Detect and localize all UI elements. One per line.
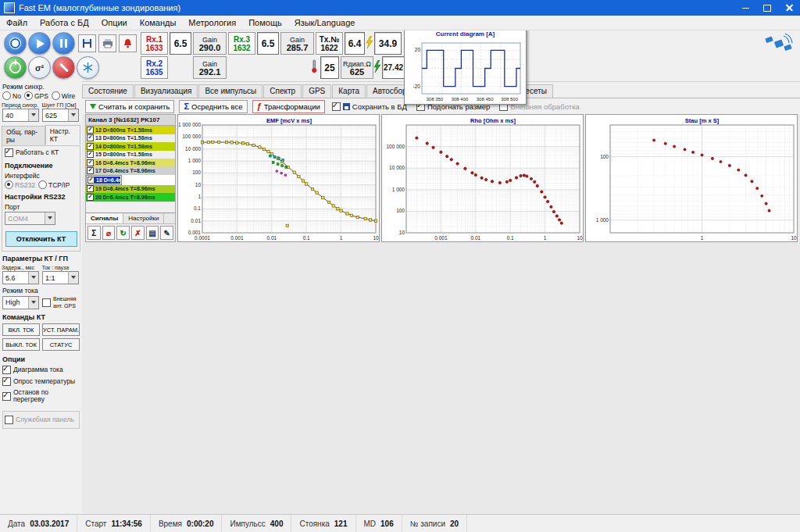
- svg-text:100: 100: [396, 208, 405, 213]
- start-button[interactable]: [28, 32, 51, 55]
- com-port-select[interactable]: COM4: [5, 212, 55, 225]
- channel-tab-signals[interactable]: Сигналы: [86, 213, 123, 223]
- menu-database[interactable]: Работа с БД: [34, 16, 95, 29]
- kt-status-button[interactable]: СТАТУС: [42, 338, 80, 351]
- menu-file[interactable]: Файл: [0, 16, 34, 29]
- tab-visualization[interactable]: Визуализация: [134, 84, 198, 98]
- download-icon: [90, 104, 96, 109]
- delete-button[interactable]: ✗: [131, 226, 145, 240]
- svg-text:0.001: 0.001: [188, 230, 202, 235]
- connect-button[interactable]: [4, 32, 27, 55]
- freeze-button[interactable]: [77, 56, 99, 79]
- curve-checkbox[interactable]: ✓: [87, 185, 94, 192]
- sum-button[interactable]: Σ: [88, 226, 101, 240]
- menu-options[interactable]: Опции: [95, 16, 134, 29]
- curve-row[interactable]: ✓12 D=800ns T=1.58ms: [86, 126, 175, 134]
- stop-button[interactable]: [52, 56, 75, 79]
- service-panel-checkbox[interactable]: Служебная панель: [5, 416, 77, 424]
- tab-state[interactable]: Состояние: [82, 84, 134, 98]
- sync-period-select[interactable]: 40: [2, 109, 39, 122]
- curve-checkbox[interactable]: ✓: [87, 127, 94, 134]
- delay-select[interactable]: 5.6: [2, 271, 39, 284]
- menu-help[interactable]: Помощь: [242, 16, 288, 29]
- maximize-button[interactable]: [756, 0, 778, 16]
- curve-checkbox[interactable]: ✓: [87, 143, 94, 150]
- chevron-down-icon[interactable]: [68, 109, 78, 121]
- tab-all-pulses[interactable]: Все импульсы: [198, 84, 262, 98]
- sync-no-radio[interactable]: No: [2, 91, 21, 100]
- sync-wire-radio[interactable]: Wire: [52, 91, 75, 100]
- shunt-select[interactable]: 625: [42, 109, 79, 122]
- tcpip-radio[interactable]: TCP/IP: [38, 180, 70, 189]
- chevron-down-icon[interactable]: [68, 272, 78, 284]
- print-button[interactable]: ▤: [146, 226, 159, 240]
- curve-checkbox[interactable]: ✓: [87, 167, 94, 174]
- emf-chart-3[interactable]: EMF [mcV x ms]0.00010.0010.010.11101 000…: [177, 114, 380, 242]
- sigma2-button[interactable]: σ²: [28, 56, 51, 79]
- alarm-button[interactable]: [119, 34, 137, 52]
- menu-language[interactable]: Язык/Language: [288, 16, 362, 29]
- svg-text:10 000: 10 000: [185, 146, 201, 152]
- curve-checkbox[interactable]: ✓: [87, 151, 94, 158]
- curve-checkbox[interactable]: ✓: [88, 177, 95, 184]
- disconnect-kt-button[interactable]: Отключить КТ: [5, 231, 77, 247]
- chevron-down-icon[interactable]: [28, 297, 38, 309]
- curve-row[interactable]: ✓16 D=6.4mcs T=8.96ms: [86, 159, 175, 167]
- svg-text:0.0001: 0.0001: [195, 235, 210, 241]
- zoom-button[interactable]: ⌀: [102, 226, 116, 240]
- edit-button[interactable]: ✎: [160, 226, 173, 240]
- ratio-select[interactable]: 1:1: [42, 271, 79, 284]
- menu-metrology[interactable]: Метрология: [182, 16, 242, 29]
- stau-chart-3[interactable]: Stau [m x S]1101001 000: [585, 114, 798, 242]
- curve-row[interactable]: ✓19 D=6.4mcs T=8.96ms: [86, 185, 175, 194]
- tab-spectrum[interactable]: Спектр: [263, 84, 302, 98]
- rs232-radio[interactable]: RS232: [5, 180, 35, 189]
- channel-tab-settings[interactable]: Настройки: [123, 213, 164, 223]
- kt-current-off-button[interactable]: ВЫКЛ. ТОК: [2, 338, 40, 351]
- save-to-db-checkbox[interactable]: Сохранить в БД: [330, 101, 409, 112]
- refresh-button[interactable]: ↻: [116, 226, 130, 240]
- chevron-down-icon[interactable]: [45, 212, 55, 224]
- curve-checkbox[interactable]: ✓: [87, 194, 94, 201]
- current-mode-select[interactable]: High: [2, 296, 39, 309]
- temperature-poll-checkbox[interactable]: Опрос температуры: [0, 376, 82, 387]
- radio-icon: [52, 91, 60, 100]
- checkbox-icon: [5, 148, 13, 157]
- current-mode-label: Режим тока: [0, 285, 82, 295]
- overheat-stop-checkbox[interactable]: Останов по перегреву: [0, 387, 82, 405]
- interface-radios: RS232 TCP/IP: [2, 180, 80, 190]
- curve-row[interactable]: ✓20 D=6.4mcs T=8.96ms: [86, 193, 175, 202]
- menu-commands[interactable]: Команды: [134, 16, 183, 29]
- tab-map[interactable]: Карта: [332, 84, 366, 98]
- sync-gps-radio[interactable]: GPS: [24, 91, 48, 100]
- chevron-down-icon[interactable]: [28, 109, 38, 121]
- average-all-button[interactable]: ΣОсреднить все: [179, 100, 247, 113]
- kt-set-params-button[interactable]: УСТ. ПАРАМ.: [42, 323, 80, 336]
- curve-row[interactable]: ✓15 D=800ns T=1.58ms: [86, 151, 175, 159]
- transformations-button[interactable]: ƒТрансформации: [252, 100, 325, 113]
- curve-row[interactable]: ✓17 D=6.4mcs T=8.96ms: [86, 167, 175, 176]
- pause-button[interactable]: [52, 32, 75, 55]
- tab-kt-settings[interactable]: Настр. КТ: [45, 125, 80, 145]
- svg-text:0.1: 0.1: [507, 235, 514, 241]
- minimize-button[interactable]: [734, 0, 756, 16]
- curve-row[interactable]: ✓13 D=800ns T=1.58ms: [86, 134, 175, 143]
- curve-row[interactable]: ✓14 D=800ns T=1.58ms: [86, 142, 175, 151]
- close-button[interactable]: [778, 0, 800, 16]
- read-save-button[interactable]: Считать и сохранить: [85, 100, 174, 113]
- kt-current-on-button[interactable]: ВКЛ. ТОК: [2, 323, 40, 336]
- print-button[interactable]: [98, 34, 116, 52]
- curve-checkbox[interactable]: ✓: [87, 134, 94, 141]
- current-diagram-panel: Current diagram [A] 20-20308 350308 4003…: [404, 28, 527, 105]
- tab-gps[interactable]: GPS: [302, 84, 331, 98]
- external-antenna-checkbox[interactable]: Внешняя ант. GPS: [42, 295, 80, 309]
- save-button[interactable]: [78, 34, 96, 52]
- rho-chart-3[interactable]: Rho [Ohm x ms]0.0010.010.1110100 00010 0…: [381, 114, 584, 242]
- current-diagram-checkbox[interactable]: Диаграмма тока: [0, 364, 82, 376]
- work-with-kt-checkbox[interactable]: Работать с КТ: [2, 147, 80, 159]
- tab-general-params[interactable]: Общ. пар-ры: [2, 126, 45, 145]
- power-button[interactable]: [4, 56, 27, 79]
- curve-row[interactable]: ✓18 D=6.4mcs T=8.96ms: [86, 175, 122, 185]
- chevron-down-icon[interactable]: [28, 272, 38, 284]
- curve-checkbox[interactable]: ✓: [87, 159, 94, 166]
